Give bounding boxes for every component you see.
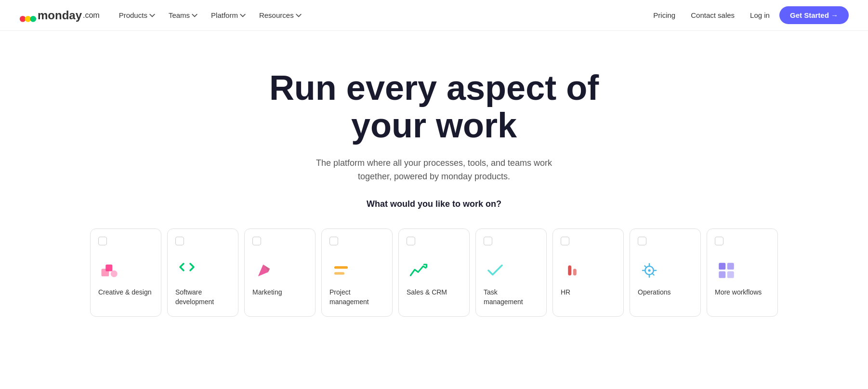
- svg-rect-20: [719, 263, 725, 269]
- card-label-sales: Sales & CRM: [407, 288, 447, 297]
- svg-line-18: [644, 266, 646, 268]
- card-checkbox-more[interactable]: [715, 237, 723, 245]
- svg-rect-4: [105, 265, 112, 271]
- logo[interactable]: monday.com: [19, 7, 100, 24]
- svg-marker-6: [258, 265, 268, 277]
- logo-com: .com: [83, 11, 100, 20]
- card-label-creative: Creative & design: [98, 288, 152, 297]
- project-icon: [329, 259, 353, 282]
- svg-point-13: [648, 269, 650, 271]
- nav-resources[interactable]: Resources: [253, 7, 307, 23]
- card-checkbox-creative[interactable]: [98, 237, 107, 245]
- nav-products[interactable]: Products: [113, 7, 161, 23]
- card-label-more: More workflows: [715, 288, 762, 297]
- card-checkbox-project[interactable]: [329, 237, 338, 245]
- card-checkbox-task[interactable]: [484, 237, 492, 245]
- task-icon: [484, 259, 507, 282]
- card-project-management[interactable]: Project management: [321, 228, 393, 317]
- card-label-project: Project management: [329, 288, 384, 307]
- creative-icon: [98, 259, 121, 282]
- card-hr[interactable]: HR: [552, 228, 624, 317]
- card-creative-design[interactable]: Creative & design: [90, 228, 161, 317]
- svg-rect-23: [727, 271, 734, 278]
- navbar: monday.com Products Teams Platform Resou…: [0, 0, 868, 31]
- svg-rect-9: [334, 272, 344, 275]
- card-checkbox-hr[interactable]: [561, 237, 569, 245]
- svg-point-5: [111, 270, 118, 277]
- card-label-marketing: Marketing: [252, 288, 282, 297]
- card-label-task: Task management: [484, 288, 539, 307]
- card-operations[interactable]: Operations: [630, 228, 701, 317]
- svg-rect-8: [334, 266, 348, 268]
- svg-point-2: [30, 15, 37, 22]
- nav-right: Pricing Contact sales Log in Get Started…: [647, 6, 849, 24]
- card-task-management[interactable]: Task management: [475, 228, 547, 317]
- svg-rect-22: [719, 271, 725, 278]
- nav-teams[interactable]: Teams: [163, 7, 203, 23]
- svg-rect-21: [727, 263, 734, 269]
- card-more-workflows[interactable]: More workflows: [707, 228, 778, 317]
- card-marketing[interactable]: Marketing: [244, 228, 316, 317]
- more-icon: [715, 259, 738, 282]
- software-icon: [175, 259, 198, 282]
- hero-section: Run every aspect of your work The platfo…: [0, 31, 868, 365]
- hero-subtitle: The platform where all your processes, t…: [299, 156, 569, 184]
- nav-login[interactable]: Log in: [744, 7, 776, 23]
- card-label-hr: HR: [561, 288, 570, 297]
- card-label-software: Software development: [175, 288, 230, 307]
- hero-title: Run every aspect of your work: [241, 69, 627, 145]
- card-checkbox-marketing[interactable]: [252, 237, 261, 245]
- card-checkbox-software[interactable]: [175, 237, 184, 245]
- svg-point-1: [25, 15, 31, 22]
- card-checkbox-operations[interactable]: [638, 237, 646, 245]
- hr-icon: [561, 259, 584, 282]
- card-software-development[interactable]: Software development: [167, 228, 238, 317]
- nav-pricing[interactable]: Pricing: [647, 7, 681, 23]
- svg-rect-10: [568, 266, 571, 276]
- nav-platform[interactable]: Platform: [205, 7, 251, 23]
- nav-contact-sales[interactable]: Contact sales: [685, 7, 740, 23]
- svg-line-19: [652, 273, 654, 275]
- svg-point-0: [20, 15, 26, 22]
- marketing-icon: [252, 259, 276, 282]
- svg-rect-11: [573, 269, 577, 276]
- workflow-cards: Creative & design Software development: [71, 225, 797, 346]
- logo-monday: monday: [38, 9, 82, 22]
- operations-icon: [638, 259, 661, 282]
- nav-left: monday.com Products Teams Platform Resou…: [19, 7, 307, 24]
- get-started-button[interactable]: Get Started →: [779, 6, 849, 24]
- sales-icon: [407, 259, 430, 282]
- card-label-operations: Operations: [638, 288, 671, 297]
- hero-question: What would you like to work on?: [367, 199, 501, 209]
- card-checkbox-sales[interactable]: [407, 237, 415, 245]
- card-sales-crm[interactable]: Sales & CRM: [398, 228, 470, 317]
